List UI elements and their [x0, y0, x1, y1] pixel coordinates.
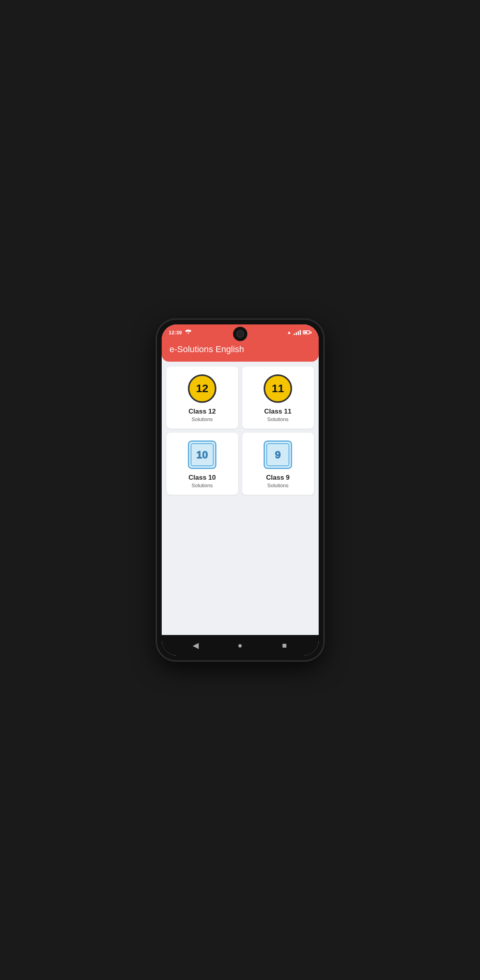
class12-subtitle: Solutions	[191, 416, 212, 422]
class12-card[interactable]: 12 Class 12 Solutions	[166, 366, 238, 429]
class12-title: Class 12	[189, 408, 216, 416]
home-button[interactable]: ●	[233, 638, 247, 652]
class10-number: 10	[197, 449, 208, 461]
class10-subtitle: Solutions	[191, 482, 212, 488]
wifi-icon: ▲	[287, 330, 292, 335]
class11-number: 11	[272, 382, 284, 395]
class9-card[interactable]: 9 Class 9 Solutions	[242, 433, 314, 495]
cards-grid: 12 Class 12 Solutions 11 Class 11 Soluti…	[166, 366, 314, 495]
class12-number: 12	[196, 382, 208, 395]
back-button[interactable]: ◀	[189, 638, 203, 652]
recents-button[interactable]: ■	[277, 638, 292, 652]
app-header: e-Solutions English	[162, 339, 319, 362]
class11-subtitle: Solutions	[267, 416, 288, 422]
status-right: ▲	[287, 330, 312, 335]
status-left: 12:39	[169, 330, 191, 336]
status-time: 12:39	[169, 330, 182, 336]
class9-number: 9	[275, 449, 281, 461]
class11-title: Class 11	[264, 408, 292, 416]
app-title: e-Solutions English	[170, 344, 311, 355]
class9-title: Class 9	[266, 474, 290, 482]
class10-card[interactable]: 10 Class 10 Solutions	[166, 433, 238, 495]
phone-screen: 12:39 ▲	[162, 324, 319, 656]
bottom-nav: ◀ ● ■	[162, 635, 319, 656]
class10-title: Class 10	[189, 474, 216, 482]
class12-icon: 12	[188, 374, 216, 403]
class11-card[interactable]: 11 Class 11 Solutions	[242, 366, 314, 429]
wifi-status-icon	[185, 330, 191, 336]
phone-frame: 12:39 ▲	[157, 320, 323, 660]
camera-dot	[236, 330, 244, 338]
class11-icon: 11	[264, 374, 292, 403]
battery-icon	[303, 330, 312, 334]
class10-icon: 10	[188, 440, 216, 469]
signal-bars	[294, 330, 301, 335]
class9-subtitle: Solutions	[267, 482, 288, 488]
main-content: 12 Class 12 Solutions 11 Class 11 Soluti…	[162, 362, 319, 635]
class9-icon: 9	[264, 440, 292, 469]
camera-notch	[233, 327, 247, 341]
